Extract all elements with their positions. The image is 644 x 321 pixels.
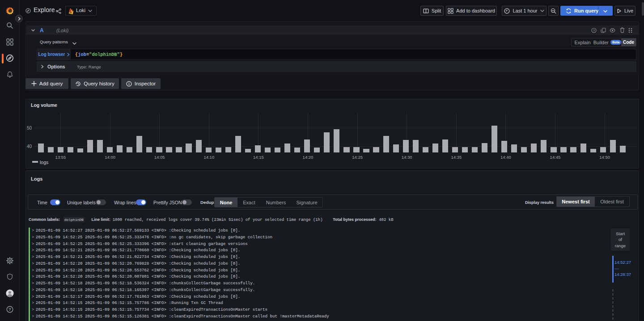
svg-text:14:05: 14:05: [154, 155, 165, 160]
svg-text:14:20: 14:20: [303, 155, 314, 160]
svg-text:14:45: 14:45: [550, 155, 561, 160]
svg-text:14:25: 14:25: [352, 155, 363, 160]
svg-text:14:35: 14:35: [451, 155, 462, 160]
svg-text:?: ?: [8, 307, 11, 312]
svg-text:?: ?: [593, 29, 595, 32]
svg-text:14:00: 14:00: [105, 155, 115, 160]
svg-text:14:15: 14:15: [253, 155, 264, 160]
svg-text:50: 50: [27, 126, 32, 131]
svg-text:14:30: 14:30: [402, 155, 412, 160]
svg-text:40: 40: [27, 144, 32, 149]
svg-text:14:50: 14:50: [599, 155, 610, 160]
svg-text:logs: logs: [40, 160, 48, 165]
svg-text:14:10: 14:10: [203, 155, 214, 160]
svg-text:13:55: 13:55: [55, 155, 66, 160]
svg-text:14:40: 14:40: [500, 155, 511, 160]
